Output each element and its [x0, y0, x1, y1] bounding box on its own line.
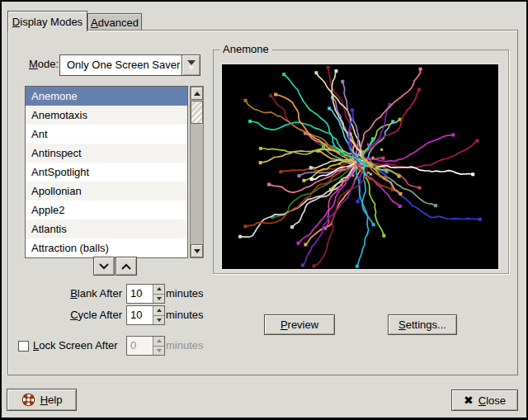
list-item[interactable]: Antinspect: [26, 144, 187, 163]
tab-display-modes[interactable]: Display Modes: [7, 11, 87, 31]
help-button[interactable]: Help: [7, 389, 77, 411]
mode-dropdown-value: Only One Screen Saver: [60, 55, 182, 75]
preview-group-title: Anemone: [219, 43, 272, 56]
list-item[interactable]: Apollonian: [26, 182, 187, 201]
spin-up-icon[interactable]: [153, 285, 164, 295]
mode-dropdown[interactable]: Only One Screen Saver: [59, 54, 200, 76]
close-x-icon: ✖: [464, 394, 474, 406]
anemone-preview-image: [222, 64, 498, 269]
list-item[interactable]: AntSpotlight: [26, 163, 187, 182]
settings-button[interactable]: Settings...: [388, 314, 457, 335]
help-lifebuoy-icon: [21, 393, 35, 407]
cycle-after-value: 10: [127, 306, 153, 324]
cycle-after-label: Cycle After: [8, 309, 122, 322]
lock-screen-checkbox[interactable]: [18, 341, 29, 352]
list-item[interactable]: Anemotaxis: [26, 106, 187, 125]
close-button[interactable]: ✖ Close: [451, 389, 518, 411]
display-modes-page: Mode: Only One Screen Saver AnemoneAnemo…: [7, 30, 518, 375]
lock-after-unit: minutes: [166, 339, 204, 352]
spin-down-icon[interactable]: [153, 316, 164, 325]
list-prev-button[interactable]: [116, 257, 137, 276]
list-item[interactable]: Atlantis: [26, 219, 187, 238]
cycle-after-spinner[interactable]: 10: [126, 305, 165, 325]
tab-display-modes-label: Display Modes: [12, 16, 82, 28]
list-item[interactable]: Anemone: [26, 87, 187, 106]
preview-button[interactable]: Preview: [264, 314, 335, 335]
spin-up-icon: [153, 337, 164, 347]
saver-list-scrollbar[interactable]: [190, 86, 204, 258]
blank-after-spinner[interactable]: 10: [126, 284, 165, 304]
spin-down-icon[interactable]: [153, 295, 164, 304]
scroll-down-icon[interactable]: [191, 244, 203, 257]
scrollbar-thumb[interactable]: [191, 101, 203, 124]
list-item[interactable]: Attraction (balls): [26, 238, 187, 257]
list-item[interactable]: Ant: [26, 125, 187, 144]
chevron-down-icon: [97, 262, 111, 271]
scroll-up-icon[interactable]: [191, 87, 203, 100]
chevron-up-icon: [120, 262, 133, 271]
blank-after-label: Blank After: [8, 287, 122, 300]
preview-canvas: [221, 64, 499, 270]
saver-list[interactable]: AnemoneAnemotaxisAntAntinspectAntSpotlig…: [25, 86, 188, 258]
lock-screen-label: Lock Screen After: [33, 339, 118, 352]
list-item[interactable]: Apple2: [26, 201, 187, 219]
spin-down-icon: [153, 347, 164, 356]
mode-label: Mode:: [29, 58, 59, 70]
lock-after-spinner: 0: [126, 336, 165, 356]
lock-after-value: 0: [127, 337, 153, 355]
spin-up-icon[interactable]: [153, 306, 164, 316]
list-next-button[interactable]: [93, 257, 115, 276]
blank-after-value: 10: [127, 285, 153, 303]
blank-after-unit: minutes: [166, 287, 204, 300]
tab-advanced-label: Advanced: [91, 17, 139, 29]
dropdown-arrow-icon[interactable]: [182, 55, 200, 75]
tab-advanced[interactable]: Advanced: [87, 13, 142, 31]
cycle-after-unit: minutes: [166, 309, 204, 322]
